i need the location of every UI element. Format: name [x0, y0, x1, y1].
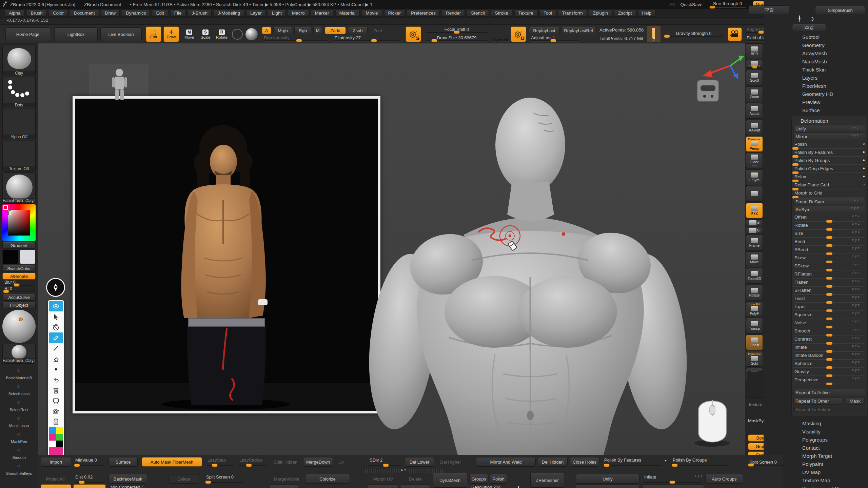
menu-item[interactable]: Render: [442, 9, 465, 17]
home-page-button[interactable]: Home Page: [5, 27, 50, 41]
deformation-control[interactable]: ● Polish Crisp Edges: [793, 165, 866, 173]
edit-button[interactable]: ⬚Edit: [146, 26, 161, 42]
split-hidden-button[interactable]: Split Hidden: [270, 457, 301, 467]
shelf-button[interactable]: Actual: [746, 103, 763, 119]
del-lower-button[interactable]: Del Lower: [405, 457, 434, 467]
auto-groups-button[interactable]: Auto Groups: [705, 474, 743, 484]
deformation-control[interactable]: x y z Unify: [793, 125, 865, 133]
deformation-header[interactable]: Deformation: [793, 117, 866, 125]
marker-icon[interactable]: [49, 332, 63, 343]
auto-mask-fibermesh-button[interactable]: Auto Mask FiberMesh: [142, 457, 202, 467]
deformation-control[interactable]: x y z Inflate: [793, 344, 866, 352]
polish-button[interactable]: Polish: [490, 474, 507, 484]
deformation-control[interactable]: x y z Smart ReSym: [793, 198, 865, 205]
shelf-button[interactable]: XYZ: [746, 203, 763, 218]
live-boolean-button[interactable]: Live Boolean: [100, 27, 142, 41]
secondary-color-swatch[interactable]: [20, 250, 36, 264]
menu-item[interactable]: Edit: [152, 9, 168, 17]
recent-brush-button[interactable]: 22강: [749, 5, 789, 14]
palette-section[interactable]: Geometry HD: [793, 90, 868, 98]
shelf-button[interactable]: Ghost: [746, 334, 763, 350]
mergevisible-button[interactable]: MergeVisible: [270, 474, 303, 484]
deformation-control[interactable]: ● Polish By Groups: [793, 157, 866, 165]
stroke-picker-button[interactable]: S: [406, 26, 421, 42]
palette-section[interactable]: Morph Target: [793, 452, 868, 460]
brush-d-button[interactable]: D: [511, 26, 526, 42]
palette-section[interactable]: UV Map: [793, 468, 868, 476]
shelf-button[interactable]: AAHalf: [746, 120, 763, 135]
deformation-control[interactable]: x y z Gravity: [793, 368, 866, 376]
fill-object-button[interactable]: FillObject: [2, 302, 36, 308]
deformation-control[interactable]: x y z SBend: [793, 246, 866, 254]
morph-uv-button[interactable]: Morph UV: [368, 474, 399, 484]
rf-slider[interactable]: Rf 0: [2, 287, 36, 293]
palette-section[interactable]: Contact: [793, 444, 868, 452]
tray-item[interactable]: ◌ MaskPen: [2, 428, 36, 444]
menu-item[interactable]: Transform: [558, 9, 587, 17]
recent-brush2-button[interactable]: 22강: [792, 24, 826, 31]
scale-button[interactable]: SScale: [198, 26, 213, 42]
current-stroke-thumb[interactable]: Dots: [2, 77, 36, 108]
split-screen-slider[interactable]: Split Screen 0: [747, 460, 787, 466]
gravity-pencil-icon[interactable]: [647, 26, 660, 42]
lazystep-slider[interactable]: LazyStep: [205, 458, 235, 467]
menu-item[interactable]: Material: [335, 9, 360, 17]
close-holes-button[interactable]: Close Holes: [570, 457, 599, 467]
deformation-control[interactable]: x y z Inflate Balloon: [793, 352, 866, 360]
delete-button[interactable]: Delete: [168, 474, 199, 484]
menu-item[interactable]: Zplugin: [589, 9, 612, 17]
deformation-control[interactable]: x y z Flatten: [793, 279, 866, 287]
shelf-button[interactable]: Frame: [746, 235, 763, 250]
menu-item[interactable]: Layer: [246, 9, 266, 17]
dot-size-icon[interactable]: [49, 364, 63, 374]
resolution-slider[interactable]: Resolution 224●: [469, 485, 515, 488]
shelf-button[interactable]: Zoom3D: [746, 268, 763, 284]
palette-section[interactable]: Geometry: [793, 41, 868, 49]
trash-icon[interactable]: [49, 385, 63, 395]
palette-section[interactable]: Polygroups: [793, 436, 868, 444]
palette-black[interactable]: [56, 441, 63, 447]
unify-button[interactable]: Unify: [576, 474, 639, 484]
deformation-control[interactable]: x y z Bend: [793, 238, 866, 246]
tray-item[interactable]: ◌ SelectLasso: [2, 380, 36, 396]
z-intensity-slider[interactable]: Z Intensity 27: [332, 35, 400, 42]
menu-item[interactable]: Help: [638, 9, 656, 17]
current-annotation-color[interactable]: [49, 447, 63, 455]
repeat-to-folder-button[interactable]: Repeat To Folder: [793, 406, 865, 413]
repeat-to-other-button[interactable]: Repeat To Other: [793, 398, 844, 405]
menu-item[interactable]: Stencil: [467, 9, 489, 17]
menu-item[interactable]: Macro: [288, 9, 309, 17]
menu-item[interactable]: Color: [49, 9, 68, 17]
palette-section[interactable]: Preview: [793, 98, 868, 106]
mergedown-button[interactable]: MergeDown: [303, 457, 333, 467]
zadd-toggle[interactable]: Zadd: [325, 27, 346, 34]
tray-item[interactable]: ◌ Smooth: [2, 444, 36, 460]
move-button[interactable]: MMove: [182, 26, 197, 42]
shelf-button[interactable]: SPix 3: [746, 60, 763, 69]
menu-item[interactable]: Dynamics: [122, 9, 150, 17]
palette-section[interactable]: ArrayMesh: [793, 49, 868, 58]
zcut-toggle[interactable]: Zcut: [370, 27, 386, 34]
deformation-control[interactable]: ● Polish By Features: [793, 149, 866, 157]
menu-item[interactable]: Preferences: [407, 9, 440, 17]
current-alpha-thumb[interactable]: Alpha Off: [2, 109, 36, 140]
camera-lock-button[interactable]: [746, 186, 763, 202]
deformation-control[interactable]: x y z Rotate: [793, 222, 866, 230]
delete2-button[interactable]: Delete: [401, 474, 430, 484]
deformation-control[interactable]: x y z SFlatten: [793, 287, 866, 295]
palette-blue[interactable]: [49, 427, 56, 434]
storemt-button[interactable]: StoreMT: [270, 484, 298, 488]
shelf-divider-arrows[interactable]: ▲▼: [400, 468, 407, 471]
smart-resym-button[interactable]: Smart ReSym: [642, 484, 704, 488]
shelf-button[interactable]: Scroll: [746, 70, 763, 85]
adjust-last-slider[interactable]: AdjustLast 1: [529, 35, 580, 42]
surface-button[interactable]: Surface: [108, 457, 138, 467]
palette-green[interactable]: [56, 434, 63, 441]
deformation-control[interactable]: x y z Offset: [793, 214, 866, 222]
colorize-button[interactable]: Colorize: [305, 474, 350, 484]
menu-item[interactable]: Draw: [101, 9, 120, 17]
color-toggle[interactable]: Color: [73, 484, 106, 488]
hue-selector[interactable]: [3, 205, 8, 210]
shelf-button[interactable]: Transp: [746, 318, 763, 333]
palette-magenta[interactable]: [49, 434, 56, 441]
